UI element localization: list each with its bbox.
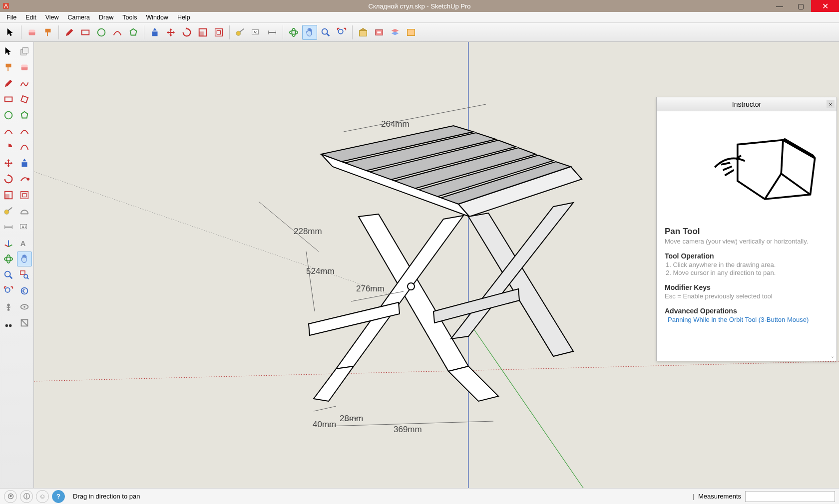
menu-edit[interactable]: Edit <box>21 13 41 22</box>
arc-tool[interactable] <box>1 124 16 139</box>
svg-line-93 <box>314 406 336 411</box>
scale-tool[interactable] <box>1 188 16 203</box>
3dtext-tool[interactable]: A <box>17 236 32 251</box>
scale-tool[interactable] <box>195 25 210 40</box>
arc2-tool[interactable] <box>17 124 32 139</box>
maximize-button[interactable]: ▢ <box>790 0 811 12</box>
circle-tool[interactable] <box>94 25 109 40</box>
circle-tool[interactable] <box>1 108 16 123</box>
zoomwin-tool[interactable] <box>17 267 32 282</box>
position-tool[interactable] <box>1 299 16 314</box>
component-tool[interactable] <box>17 44 32 59</box>
pie-tool[interactable] <box>1 140 16 155</box>
svg-rect-39 <box>22 193 26 197</box>
eraser-tool[interactable] <box>24 25 39 40</box>
svg-rect-55 <box>20 271 25 274</box>
instructor-tool-name: Pan Tool <box>665 227 829 237</box>
zoom-extents-tool[interactable] <box>334 25 349 40</box>
rotrect-tool[interactable] <box>17 92 32 107</box>
user-button[interactable]: ☺ <box>36 490 49 503</box>
tape-tool[interactable] <box>233 25 248 40</box>
line-tool[interactable] <box>1 76 16 91</box>
arc-tool[interactable] <box>110 25 125 40</box>
polygon-tool[interactable] <box>126 25 141 40</box>
menu-camera[interactable]: Camera <box>63 13 94 22</box>
instructor-op-list: Click anywhere in the drawing area.Move … <box>665 261 829 276</box>
polygon-tool[interactable] <box>17 108 32 123</box>
svg-rect-37 <box>5 194 9 199</box>
dim-28: 28mm <box>340 414 363 423</box>
measurements-input[interactable] <box>745 491 835 502</box>
layers-tool[interactable] <box>388 25 403 40</box>
svg-marker-81 <box>448 366 498 401</box>
dim-524: 524mm <box>306 266 335 276</box>
pushpull-tool[interactable] <box>17 156 32 171</box>
menu-file[interactable]: File <box>2 13 21 22</box>
menu-tools[interactable]: Tools <box>118 13 141 22</box>
rectangle-tool[interactable] <box>78 25 93 40</box>
close-button[interactable]: ✕ <box>811 0 839 12</box>
offset-tool[interactable] <box>211 25 226 40</box>
zoomext-tool[interactable] <box>1 283 16 298</box>
rectangle-tool[interactable] <box>1 92 16 107</box>
menu-help[interactable]: Help <box>173 13 195 22</box>
walk-tool[interactable] <box>1 315 16 330</box>
paint-tool[interactable] <box>40 25 55 40</box>
svg-point-59 <box>21 288 28 294</box>
followme-tool[interactable] <box>17 172 32 187</box>
dim-264: 264mm <box>381 119 410 129</box>
pushpull-tool[interactable] <box>147 25 162 40</box>
menu-draw[interactable]: Draw <box>94 13 118 22</box>
axes-tool[interactable] <box>1 236 16 251</box>
text-tool[interactable]: A1 <box>249 25 264 40</box>
paint-tool[interactable] <box>1 60 16 75</box>
svg-point-53 <box>5 271 10 277</box>
tape-tool[interactable] <box>1 204 16 219</box>
title-bar: Складной стул.skp - SketchUp Pro — ▢ ✕ <box>0 0 839 12</box>
dimension-tool[interactable] <box>1 220 16 235</box>
prev-tool[interactable] <box>17 283 32 298</box>
minimize-button[interactable]: — <box>769 0 790 12</box>
move-tool[interactable] <box>163 25 178 40</box>
dim-40: 40mm <box>313 420 336 429</box>
zoom-tool[interactable] <box>1 267 16 282</box>
svg-point-35 <box>27 178 30 181</box>
orbit-tool[interactable] <box>1 252 16 266</box>
outliner-tool[interactable] <box>404 25 419 40</box>
dimension-tool[interactable] <box>265 25 280 40</box>
geo-button[interactable]: ⦿ <box>4 490 17 503</box>
instructor-adv-link[interactable]: Panning While in the Orbit Tool (3-Butto… <box>665 316 829 323</box>
look-tool[interactable] <box>17 299 32 314</box>
help-button[interactable]: ? <box>52 490 65 503</box>
select-tool[interactable] <box>3 25 18 40</box>
protractor-tool[interactable] <box>17 204 32 219</box>
menu-view[interactable]: View <box>41 13 63 22</box>
credits-button[interactable]: ⓘ <box>20 490 33 503</box>
svg-rect-10 <box>217 30 220 34</box>
text-tool[interactable]: A1 <box>17 220 32 235</box>
svg-rect-3 <box>82 30 89 34</box>
section-tool[interactable] <box>17 315 32 330</box>
eraser-tool[interactable] <box>17 60 32 75</box>
pan-tool[interactable] <box>17 252 32 266</box>
instructor-close-icon[interactable]: × <box>827 100 835 108</box>
line-tool[interactable] <box>62 25 77 40</box>
pan-tool[interactable] <box>302 25 317 40</box>
select-tool[interactable] <box>1 44 16 59</box>
svg-point-51 <box>4 257 13 260</box>
freehand-tool[interactable] <box>17 76 32 91</box>
bezier-tool[interactable] <box>17 140 32 155</box>
menu-window[interactable]: Window <box>141 13 172 22</box>
offset-tool[interactable] <box>17 188 32 203</box>
rotate-tool[interactable] <box>1 172 16 187</box>
instructor-header[interactable]: Instructor × <box>657 97 837 111</box>
scroll-down-icon[interactable]: ⌄ <box>831 353 835 359</box>
move-tool[interactable] <box>1 156 16 171</box>
zoom-tool[interactable] <box>318 25 333 40</box>
warehouse-tool[interactable] <box>356 25 371 40</box>
extension-tool[interactable] <box>372 25 387 40</box>
orbit-tool[interactable] <box>286 25 301 40</box>
svg-point-87 <box>408 283 415 290</box>
rotate-tool[interactable] <box>179 25 194 40</box>
drawing-canvas[interactable]: 264mm 228mm 524mm 276mm 369mm 40mm 28mm … <box>34 42 839 488</box>
